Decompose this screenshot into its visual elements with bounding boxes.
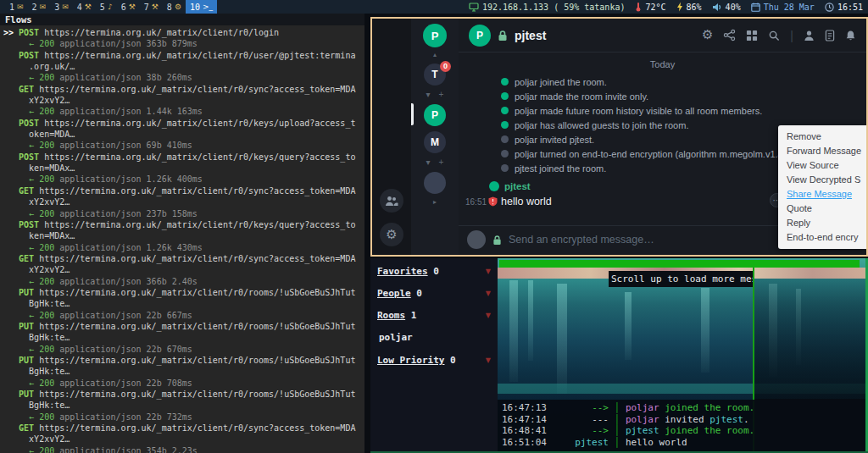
network-icon xyxy=(469,3,479,12)
composer-lock-icon xyxy=(492,235,502,246)
flow-row[interactable]: PUT https://termina.org.uk/_matrix/clien… xyxy=(3,389,364,423)
flow-selection-marker xyxy=(3,152,19,162)
flow-response-line: ← 200 application/json 22b 670ms xyxy=(3,344,364,355)
buffer-group-label[interactable]: People xyxy=(377,288,411,299)
context-menu-item[interactable]: Reply xyxy=(778,216,866,230)
workspace-item-8[interactable]: 8⚙ xyxy=(163,0,186,14)
context-menu-item[interactable]: End-to-end encry xyxy=(778,230,866,245)
settings-button[interactable]: ⚙ xyxy=(380,223,403,246)
buffer-group-label[interactable]: Rooms xyxy=(377,310,405,321)
volume-indicator: 40% xyxy=(712,3,741,12)
workspace-item-7[interactable]: 7⚒ xyxy=(140,0,163,14)
collapse-triangle-icon[interactable]: ▼ xyxy=(486,268,491,275)
log-separator: │ xyxy=(609,437,626,448)
flow-row[interactable]: GET https://termina.org.uk/_matrix/clien… xyxy=(3,253,364,287)
temperature-indicator: 72°C xyxy=(635,2,665,12)
context-menu-item[interactable]: View Source xyxy=(778,158,866,173)
workspace-item-10[interactable]: 10>_ xyxy=(186,0,217,14)
workspace-list: 1✉2✉3✉4⚒5♪6⚒7⚒8⚙10>_ xyxy=(5,0,217,14)
flow-response-meta: application/json 1.44k 163ms xyxy=(54,107,203,116)
context-menu-item[interactable]: Remove xyxy=(778,130,866,144)
flow-request-line: PUT https://termina.org.uk/_matrix/clien… xyxy=(3,321,364,332)
flow-url: https://termina.org.uk/_matrix/client/r0… xyxy=(39,51,355,60)
chevron-down-icon[interactable]: ▾ xyxy=(426,90,431,100)
flow-row[interactable]: GET https://termina.org.uk/_matrix/clien… xyxy=(3,84,364,118)
flow-status-code: ← 200 xyxy=(3,39,54,48)
search-icon[interactable] xyxy=(768,30,780,41)
collapse-up-icon[interactable]: ▴ xyxy=(433,51,437,59)
flow-row[interactable]: GET https://termina.org.uk/_matrix/clien… xyxy=(3,185,364,219)
expand-right-icon[interactable]: ▸ xyxy=(433,198,437,207)
flow-url-wrap: BgHk:te… xyxy=(3,298,364,309)
flow-url-wrap: xY2xvY2… xyxy=(3,196,364,207)
collapse-triangle-icon[interactable]: ▼ xyxy=(486,312,491,319)
room-avatar-invite[interactable]: T 0 xyxy=(424,64,446,86)
log-segment: pjtest xyxy=(626,425,659,436)
flow-response-meta: application/json 22b 732ms xyxy=(54,412,192,422)
workspace-item-3[interactable]: 3✉ xyxy=(50,0,73,14)
flow-url-wrap: xY2xvY2… xyxy=(3,95,364,106)
chat-log: 16:47:13--> │ poljar joined the room.16:… xyxy=(498,400,754,451)
flow-request-line: GET https://termina.org.uk/_matrix/clien… xyxy=(3,253,364,264)
flow-url: https://termina.org.uk/_matrix/client/r0… xyxy=(34,288,355,297)
flow-method: POST xyxy=(19,51,39,60)
flow-row[interactable]: GET https://termina.org.uk/_matrix/clien… xyxy=(3,423,364,453)
message-sender-name: pjtest xyxy=(504,181,531,191)
context-menu-item[interactable]: Share Message xyxy=(778,187,866,202)
context-menu-item[interactable]: Forward Message xyxy=(778,144,866,158)
buffer-item[interactable]: poljar xyxy=(379,332,492,343)
context-menu: RemoveForward MessageView SourceView Dec… xyxy=(778,125,866,249)
flow-status-code: ← 200 xyxy=(3,378,54,388)
flow-row[interactable]: POST https://termina.org.uk/_matrix/clie… xyxy=(3,118,364,152)
user-avatar[interactable]: P xyxy=(423,24,447,47)
flow-url-wrap: ken=MDAx… xyxy=(3,163,364,174)
flow-response-meta: application/json 366b 2.40s xyxy=(54,277,198,286)
flow-selection-marker xyxy=(3,288,19,297)
chevron-down-icon[interactable]: ▾ xyxy=(426,157,431,168)
flow-response-meta: application/json 1.26k 400ms xyxy=(54,174,203,184)
room-settings-icon[interactable]: ⚙ xyxy=(702,29,713,41)
flow-url-continuation: oken=MDA… xyxy=(3,130,75,139)
room-avatar-m[interactable]: M xyxy=(424,131,446,153)
flow-row[interactable]: PUT https://termina.org.uk/_matrix/clien… xyxy=(3,287,364,321)
add-room-icon[interactable]: + xyxy=(439,90,444,100)
buffer-group-label[interactable]: Favorites xyxy=(377,266,428,277)
room-avatar-blank[interactable] xyxy=(424,172,446,194)
context-menu-item[interactable]: View Decrypted S xyxy=(778,173,866,187)
buffer-group-label[interactable]: Low Priority xyxy=(377,355,444,366)
flow-url-continuation: BgHk:te… xyxy=(3,401,70,410)
add-room-icon[interactable]: + xyxy=(439,157,444,168)
clock-icon xyxy=(825,3,834,12)
context-menu-item[interactable]: Quote xyxy=(778,202,866,216)
workspace-item-6[interactable]: 6⚒ xyxy=(117,0,140,14)
workspace-item-2[interactable]: 2✉ xyxy=(28,0,51,14)
room-avatar-active[interactable]: P xyxy=(424,104,446,126)
flow-row[interactable]: POST https://termina.org.uk/_matrix/clie… xyxy=(3,219,364,253)
message-avatar[interactable] xyxy=(489,181,499,191)
collapse-triangle-icon[interactable]: ▼ xyxy=(486,356,491,364)
event-avatar xyxy=(501,164,509,172)
network-indicator: 192.168.1.133 ( 59% tatanka) xyxy=(469,3,626,12)
flow-row[interactable]: POST https://termina.org.uk/_matrix/clie… xyxy=(3,50,364,84)
collapse-triangle-icon[interactable]: ▼ xyxy=(486,290,491,297)
wallpaper-waterfall xyxy=(625,292,632,360)
flow-selection-marker: >> xyxy=(3,28,19,37)
members-icon[interactable] xyxy=(804,30,815,41)
apps-grid-icon[interactable] xyxy=(746,30,758,41)
room-title: pjtest xyxy=(515,29,546,42)
workspace-item-1[interactable]: 1✉ xyxy=(5,0,28,14)
files-icon[interactable] xyxy=(825,30,835,41)
flow-list[interactable]: >> POST https://termina.org.uk/_matrix/c… xyxy=(0,25,364,453)
workspace-item-4[interactable]: 4⚒ xyxy=(73,0,96,14)
flow-method: GET xyxy=(19,186,34,196)
flow-row[interactable]: >> POST https://termina.org.uk/_matrix/c… xyxy=(3,27,364,50)
share-icon[interactable] xyxy=(723,29,736,41)
flow-row[interactable]: POST https://termina.org.uk/_matrix/clie… xyxy=(3,152,364,185)
workspace-item-5[interactable]: 5♪ xyxy=(96,0,117,14)
groups-button[interactable] xyxy=(380,189,403,213)
flow-response-meta: application/json 22b 667ms xyxy=(54,311,192,320)
flow-row[interactable]: PUT https://termina.org.uk/_matrix/clien… xyxy=(3,355,364,389)
flow-row[interactable]: PUT https://termina.org.uk/_matrix/clien… xyxy=(3,321,364,355)
notifications-icon[interactable] xyxy=(845,30,856,41)
room-avatar[interactable]: P xyxy=(469,25,491,47)
